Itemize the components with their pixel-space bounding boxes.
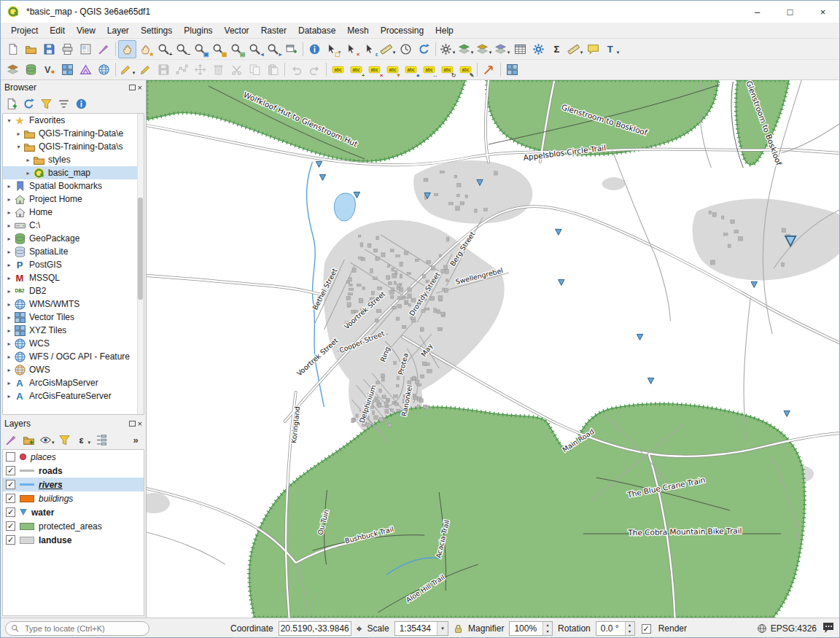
layer-checkbox[interactable] bbox=[6, 452, 15, 462]
chevron-down-icon[interactable]: ▾ bbox=[580, 50, 583, 58]
layer-checkbox[interactable]: ✓ bbox=[6, 466, 15, 475]
layer-item-roads[interactable]: ✓roads bbox=[3, 464, 144, 478]
rotation-spin[interactable]: 0.0 ° ▴▾ bbox=[596, 621, 635, 636]
layer-checkbox[interactable]: ✓ bbox=[6, 494, 15, 503]
pan-map-button[interactable] bbox=[118, 40, 136, 58]
add-label-button[interactable]: abc+ bbox=[347, 61, 365, 79]
text-annotation-button[interactable]: T▾ bbox=[602, 40, 621, 58]
chevron-right-icon[interactable]: ▸ bbox=[5, 222, 13, 229]
chevron-right-icon[interactable]: ▸ bbox=[5, 314, 13, 321]
chevron-right-icon[interactable]: ▸ bbox=[24, 157, 32, 163]
browser-item-qgis-training-data-e[interactable]: ▸QGIS-Training-Data\e bbox=[3, 127, 144, 140]
chevron-down-icon[interactable]: ▾ bbox=[437, 622, 448, 635]
style-manager-button[interactable] bbox=[95, 40, 113, 58]
add-selected-layers-button[interactable] bbox=[3, 96, 19, 112]
chevron-right-icon[interactable]: ▸ bbox=[5, 275, 13, 281]
browser-item-c[interactable]: ▸C:\ bbox=[3, 219, 144, 232]
layer-labeling-button[interactable]: abc bbox=[329, 61, 347, 79]
select-by-expression-button[interactable]: ε bbox=[360, 40, 378, 58]
add-vector-layer-button[interactable]: V bbox=[40, 61, 58, 79]
chevron-right-icon[interactable]: ▸ bbox=[5, 354, 13, 360]
filter-by-expression-button[interactable]: ε▾ bbox=[74, 432, 92, 448]
menu-raster[interactable]: Raster bbox=[255, 24, 292, 37]
add-wms-layer-button[interactable] bbox=[95, 61, 113, 79]
show-labels-button[interactable]: ▾ bbox=[456, 40, 475, 58]
coordinate-value[interactable]: 20.5190,-33.9846 bbox=[279, 621, 351, 636]
identify-features-button[interactable] bbox=[306, 40, 324, 58]
panel-overflow-button[interactable]: » bbox=[128, 432, 144, 448]
locate-box[interactable] bbox=[5, 621, 149, 636]
toggle-editing-button[interactable] bbox=[136, 61, 155, 79]
manage-map-themes-button[interactable]: ▾ bbox=[38, 432, 55, 448]
open-data-source-manager-button[interactable] bbox=[4, 61, 22, 79]
layer-item-buildings[interactable]: ✓buildings bbox=[3, 491, 144, 505]
zoom-to-selection-button[interactable]: ▦ bbox=[209, 40, 228, 58]
pan-to-selection-button[interactable]: ★ bbox=[136, 40, 155, 58]
browser-item-wfs-ogc-api-feature[interactable]: ▸WFS / OGC API - Feature bbox=[3, 350, 144, 363]
deselect-features-button[interactable]: × bbox=[342, 40, 360, 58]
chevron-right-icon[interactable]: ▸ bbox=[5, 183, 13, 190]
measure-tools-button[interactable]: ▾ bbox=[566, 40, 584, 58]
menu-view[interactable]: View bbox=[71, 24, 101, 37]
chevron-right-icon[interactable]: ▸ bbox=[5, 393, 13, 400]
new-map-view-button[interactable] bbox=[282, 40, 300, 58]
pin-unpin-labels-button[interactable]: abc▼ bbox=[384, 61, 402, 79]
chevron-right-icon[interactable]: ▸ bbox=[5, 249, 13, 255]
spin-up-icon[interactable]: ▴ bbox=[626, 622, 634, 629]
spin-down-icon[interactable]: ▾ bbox=[543, 629, 552, 635]
coordinate-display-toggle-icon[interactable]: ⌖ bbox=[357, 623, 362, 635]
layer-checkbox[interactable]: ✓ bbox=[6, 535, 15, 545]
annotation-arrow-button[interactable] bbox=[480, 61, 498, 79]
chevron-down-icon[interactable]: ▾ bbox=[471, 50, 474, 58]
browser-item-spatialite[interactable]: ▸SpatiaLite bbox=[3, 245, 144, 258]
run-feature-action-button[interactable]: ▾ bbox=[438, 40, 456, 58]
filter-browser-button[interactable] bbox=[38, 96, 54, 112]
layer-item-water[interactable]: ✓water bbox=[3, 505, 144, 519]
map-tips-button[interactable] bbox=[584, 40, 602, 58]
processing-options-button[interactable] bbox=[529, 40, 548, 58]
menu-processing[interactable]: Processing bbox=[375, 24, 429, 37]
minimize-button[interactable]: – bbox=[741, 1, 774, 23]
menu-settings[interactable]: Settings bbox=[135, 24, 178, 37]
browser-item-postgis[interactable]: ▸PPostGIS bbox=[3, 258, 144, 271]
delete-label-button[interactable]: abc× bbox=[365, 61, 384, 79]
zoom-full-extent-button[interactable]: ▣ bbox=[191, 40, 209, 58]
temporal-controller-button[interactable] bbox=[397, 40, 415, 58]
menu-vector[interactable]: Vector bbox=[219, 24, 255, 37]
add-group-button[interactable] bbox=[20, 432, 36, 448]
zoom-in-button[interactable]: + bbox=[155, 40, 173, 58]
browser-item-wms-wmts[interactable]: ▸WMS/WMTS bbox=[3, 297, 144, 311]
browser-item-mssql[interactable]: ▸MMSSQL bbox=[3, 271, 144, 284]
maximize-button[interactable]: □ bbox=[774, 1, 806, 23]
float-panel-icon[interactable] bbox=[129, 85, 136, 90]
chevron-down-icon[interactable]: ▾ bbox=[15, 144, 23, 150]
float-panel-icon[interactable] bbox=[129, 421, 136, 427]
browser-item-home[interactable]: ▸Home bbox=[3, 206, 144, 219]
menu-database[interactable]: Database bbox=[292, 24, 341, 37]
chevron-right-icon[interactable]: ▸ bbox=[24, 170, 32, 176]
chevron-right-icon[interactable]: ▸ bbox=[5, 341, 13, 347]
metasearch-catalog-button[interactable] bbox=[503, 61, 521, 79]
close-panel-icon[interactable]: × bbox=[138, 420, 142, 428]
chevron-right-icon[interactable]: ▸ bbox=[5, 327, 13, 334]
zoom-last-button[interactable]: ◂ bbox=[246, 40, 264, 58]
chevron-right-icon[interactable]: ▸ bbox=[5, 196, 13, 203]
browser-item-basic-map[interactable]: ▸basic_map bbox=[3, 166, 144, 179]
browser-item-styles[interactable]: ▸styles bbox=[3, 153, 144, 166]
chevron-down-icon[interactable]: ▾ bbox=[5, 117, 13, 124]
chevron-right-icon[interactable]: ▸ bbox=[5, 262, 13, 268]
chevron-down-icon[interactable]: ▾ bbox=[393, 50, 396, 58]
save-project-button[interactable] bbox=[40, 40, 58, 58]
chevron-down-icon[interactable]: ▾ bbox=[617, 50, 620, 58]
close-button[interactable]: × bbox=[806, 1, 839, 23]
magnifier-spin[interactable]: 100% ▴▾ bbox=[509, 621, 553, 636]
scale-combo[interactable]: 1:35434 ▾ bbox=[394, 621, 448, 636]
scrollbar-thumb[interactable] bbox=[138, 198, 143, 300]
chevron-right-icon[interactable]: ▸ bbox=[5, 288, 13, 295]
browser-item-arcgismapserver[interactable]: ▸AArcGisMapServer bbox=[3, 376, 144, 389]
chevron-down-icon[interactable]: ▾ bbox=[133, 70, 136, 78]
browser-item-wcs[interactable]: ▸WCS bbox=[3, 337, 144, 350]
show-layout-manager-button[interactable] bbox=[77, 40, 95, 58]
menu-edit[interactable]: Edit bbox=[44, 24, 71, 37]
chevron-down-icon[interactable]: ▾ bbox=[489, 50, 492, 58]
